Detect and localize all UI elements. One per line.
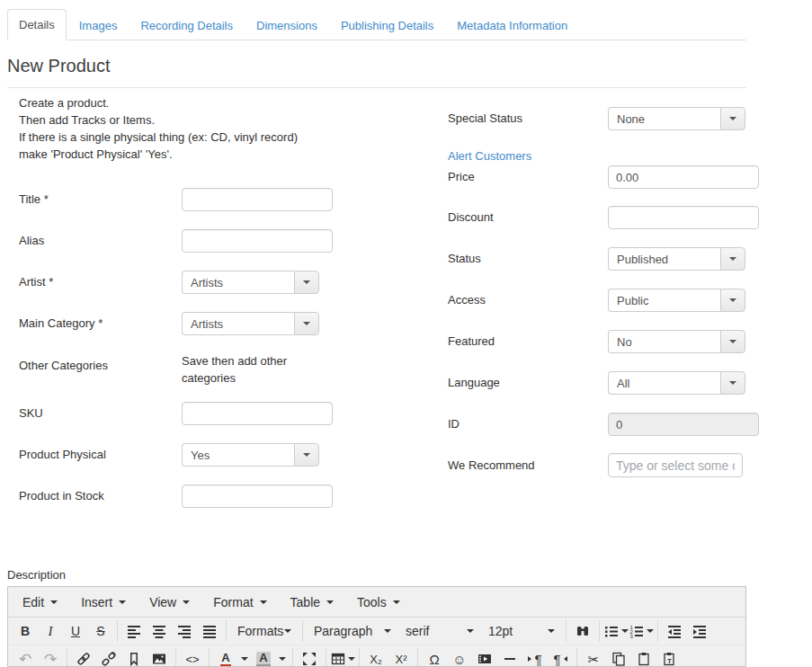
menu-table[interactable]: Table (279, 587, 345, 617)
copy-button[interactable] (606, 648, 631, 667)
emoticons-button[interactable]: ☺ (447, 648, 472, 667)
menu-format[interactable]: Format (201, 587, 278, 617)
intro-line: Then add Tracks or Items. (19, 111, 298, 129)
alert-customers-link[interactable]: Alert Customers (448, 149, 531, 163)
tab-publishing-details[interactable]: Publishing Details (330, 11, 444, 40)
superscript-button[interactable]: X² (388, 648, 414, 667)
italic-button[interactable]: I (38, 620, 63, 642)
tab-images[interactable]: Images (68, 11, 129, 40)
product-in-stock-input[interactable] (182, 485, 333, 508)
access-select-value: Public (608, 289, 720, 312)
table-button[interactable] (330, 648, 355, 667)
access-select[interactable]: Public (608, 289, 745, 312)
cut-button[interactable]: ✂ (581, 648, 606, 667)
product-physical-select-value: Yes (182, 443, 294, 467)
main-category-select[interactable]: Artists (182, 312, 319, 335)
product-physical-select[interactable]: Yes (182, 443, 319, 467)
menu-view-label: View (149, 595, 176, 609)
id-input (608, 413, 759, 436)
tab-metadata-information[interactable]: Metadata Information (446, 11, 578, 40)
insert-media-button[interactable] (472, 648, 497, 667)
paragraph-dropdown[interactable]: Paragraph (307, 620, 398, 642)
toolbar-separator (292, 648, 293, 667)
chevron-down-icon (729, 117, 736, 120)
menu-table-label: Table (290, 595, 320, 609)
background-color-caret-button[interactable] (276, 648, 289, 667)
paste-icon (637, 652, 651, 666)
fullscreen-button[interactable] (297, 648, 322, 667)
special-status-select-caret-button[interactable] (720, 107, 745, 130)
description-label: Description (7, 568, 66, 582)
numbered-list-button[interactable]: 123 (629, 620, 654, 642)
font-size-dropdown[interactable]: 12pt (481, 620, 562, 642)
tab-dimensions[interactable]: Dimensions (245, 11, 328, 40)
editor-menubar: Edit Insert View Format Table Tools (8, 587, 745, 618)
source-code-button[interactable]: <> (180, 648, 205, 667)
status-select-caret-button[interactable] (720, 247, 745, 271)
sku-input[interactable] (182, 402, 333, 425)
product-physical-select-caret-button[interactable] (294, 443, 319, 467)
increase-indent-button[interactable] (687, 620, 712, 642)
underline-button[interactable]: U (63, 620, 88, 642)
discount-input[interactable] (608, 206, 759, 229)
description-editor: Edit Insert View Format Table Tools B I … (7, 586, 746, 667)
remove-link-button[interactable] (96, 648, 121, 667)
toolbar-separator (359, 648, 360, 667)
font-family-dropdown[interactable]: serif (398, 620, 481, 642)
status-select[interactable]: Published (608, 247, 745, 271)
bold-button[interactable]: B (13, 620, 38, 642)
chevron-down-icon (303, 322, 310, 325)
menu-view[interactable]: View (138, 587, 201, 617)
unlink-icon (102, 652, 116, 666)
link-icon (76, 652, 91, 666)
artist-select[interactable]: Artists (182, 271, 319, 294)
alias-input[interactable] (182, 229, 333, 253)
right-to-left-button[interactable]: ¶ (548, 648, 573, 667)
intro-line: make 'Product Physical' 'Yes'. (19, 146, 298, 163)
subscript-button[interactable]: X₂ (363, 648, 388, 667)
align-right-button[interactable] (172, 620, 197, 642)
paste-as-text-button[interactable]: T (656, 648, 682, 667)
anchor-button[interactable] (121, 648, 147, 667)
artist-label: Artist * (19, 275, 53, 289)
featured-select[interactable]: No (608, 330, 745, 353)
tab-details[interactable]: Details (7, 9, 67, 40)
strikethrough-button[interactable]: S (88, 620, 113, 642)
formats-dropdown[interactable]: Formats (230, 620, 299, 642)
horizontal-rule-button[interactable] (497, 648, 522, 667)
menu-insert[interactable]: Insert (69, 587, 138, 617)
menu-edit[interactable]: Edit (11, 587, 69, 617)
font-size-dropdown-label: 12pt (488, 624, 513, 638)
featured-select-caret-button[interactable] (720, 330, 745, 353)
menu-tools[interactable]: Tools (345, 587, 412, 617)
insert-image-button[interactable] (147, 648, 172, 667)
text-color-caret-button[interactable] (238, 648, 251, 667)
align-left-button[interactable] (121, 620, 147, 642)
left-to-right-button[interactable]: ¶ (522, 648, 548, 667)
undo-button[interactable]: ↶ (13, 648, 38, 667)
redo-button[interactable]: ↷ (38, 648, 63, 667)
special-status-select[interactable]: None (608, 107, 745, 130)
language-select[interactable]: All (608, 371, 745, 395)
language-select-caret-button[interactable] (720, 371, 745, 395)
align-justify-button[interactable] (197, 620, 222, 642)
align-center-button[interactable] (147, 620, 172, 642)
special-character-button[interactable]: Ω (422, 648, 447, 667)
we-recommend-input[interactable] (608, 453, 743, 477)
paste-button[interactable] (631, 648, 656, 667)
text-color-button[interactable]: A (213, 648, 238, 667)
menu-edit-label: Edit (22, 595, 44, 609)
find-replace-button[interactable] (570, 620, 595, 642)
main-category-select-caret-button[interactable] (294, 312, 319, 335)
price-input[interactable] (608, 165, 759, 189)
we-recommend-label: We Recommend (448, 458, 535, 473)
background-color-button[interactable]: A (251, 648, 276, 667)
access-select-caret-button[interactable] (720, 289, 745, 312)
decrease-indent-button[interactable] (662, 620, 687, 642)
bullet-list-button[interactable] (603, 620, 629, 642)
title-input[interactable] (182, 188, 333, 211)
artist-select-caret-button[interactable] (294, 271, 319, 294)
toolbar-separator (209, 648, 210, 667)
tab-recording-details[interactable]: Recording Details (129, 11, 244, 40)
insert-link-button[interactable] (71, 648, 96, 667)
